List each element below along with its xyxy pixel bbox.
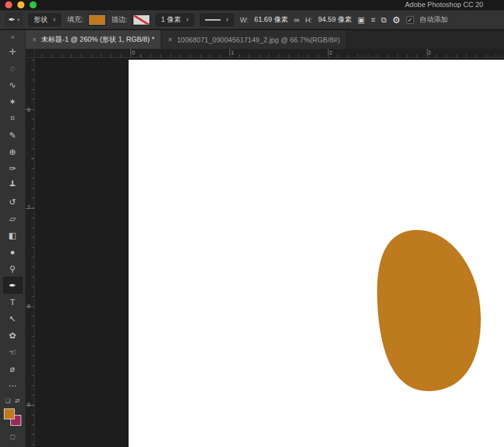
ruler-number: 8 [27, 303, 30, 310]
tab-10068071-jpg[interactable]: × 10068071_090045617149_2.jpg @ 66.7%(RG… [161, 30, 346, 49]
blur-tool[interactable]: ● [3, 243, 22, 260]
document-canvas[interactable] [129, 60, 504, 447]
ruler-number: 9 [27, 401, 30, 408]
ruler-number: 0 [132, 49, 135, 56]
tab-label: 10068071_090045617149_2.jpg @ 66.7%(RGB/… [177, 36, 339, 44]
zoom-tool[interactable]: ⌀ [3, 360, 22, 377]
ruler-corner [26, 49, 35, 58]
stroke-width-value: 1 像素 [161, 15, 181, 24]
clone-stamp-tool[interactable]: ┻ [3, 177, 22, 193]
stroke-width-select[interactable]: 1 像素 ∨ [156, 13, 194, 26]
chevron-down-icon: ∨ [52, 17, 56, 22]
minimize-window-button[interactable] [17, 1, 24, 8]
photoshop-window: Adobe Photoshop CC 20 ✒ ▾ 形状 ∨ 填充: 描边: 1… [0, 0, 504, 447]
path-operations-icon[interactable]: ▣ [357, 15, 364, 24]
stroke-color-swatch[interactable] [133, 15, 150, 25]
width-label: W: [240, 16, 248, 24]
ellipse-shape[interactable] [377, 230, 481, 391]
ruler-number: 2 [329, 49, 332, 56]
height-value[interactable]: 94.59 像素 [318, 15, 352, 24]
tools-panel: » ✛ ◌ ∿ ✶ ⌗ ✎ ⊕ ✑ ┻ ↺ ▱ ◧ ● ⚲ ✒ T ↖ ✿ ☜ … [0, 30, 26, 447]
close-icon[interactable]: × [32, 35, 37, 44]
width-value[interactable]: 61.69 像素 [255, 15, 289, 24]
canvas-pasteboard[interactable] [35, 58, 504, 447]
gradient-tool[interactable]: ◧ [3, 227, 22, 243]
tab-untitled-1[interactable]: × 未标题-1 @ 260% (形状 1, RGB/8) * [26, 30, 161, 49]
traffic-lights [5, 1, 37, 8]
chevron-down-icon: ▾ [17, 17, 20, 22]
move-tool[interactable]: ✛ [3, 43, 22, 60]
chevron-down-icon: ∨ [225, 17, 229, 22]
gear-icon[interactable]: ⚙ [392, 15, 401, 25]
default-colors-icon[interactable]: ❏ [5, 398, 10, 404]
pen-tool-icon: ✒ [8, 15, 15, 24]
swap-colors-icon[interactable]: ⇄ [15, 398, 20, 404]
fill-label: 填充: [67, 15, 83, 24]
stroke-type-select[interactable]: ∨ [200, 13, 234, 26]
brush-tool[interactable]: ✑ [3, 160, 22, 177]
healing-brush-tool[interactable]: ⊕ [3, 143, 22, 160]
custom-shape-tool[interactable]: ✿ [3, 327, 22, 344]
zoom-window-button[interactable] [30, 1, 37, 8]
magic-wand-tool[interactable]: ✶ [3, 93, 22, 110]
hand-tool[interactable]: ☜ [3, 344, 22, 360]
history-brush-tool[interactable]: ↺ [3, 193, 22, 210]
window-title: Adobe Photoshop CC 20 [405, 1, 483, 8]
type-tool[interactable]: T [3, 294, 22, 310]
more-tools-icon[interactable]: ⋯ [3, 377, 22, 394]
close-window-button[interactable] [5, 1, 12, 8]
close-icon[interactable]: × [168, 35, 172, 44]
eraser-tool[interactable]: ▱ [3, 210, 22, 227]
tool-mode-value: 形状 [33, 15, 48, 24]
ruler-number: 3 [428, 49, 431, 56]
expand-panel-icon[interactable]: » [0, 30, 25, 43]
color-swatches [4, 408, 21, 426]
horizontal-ruler[interactable]: 0 1 2 3 [35, 49, 504, 58]
foreground-color-swatch[interactable] [4, 408, 15, 419]
options-bar: ✒ ▾ 形状 ∨ 填充: 描边: 1 像素 ∨ ∨ W: 61.69 像素 ∞ … [0, 10, 504, 30]
tool-mode-select[interactable]: 形状 ∨ [28, 13, 61, 26]
chevron-down-icon: ∨ [186, 17, 190, 22]
stroke-label: 描边: [111, 15, 127, 24]
vertical-ruler[interactable]: 6 7 8 9 [26, 58, 35, 447]
dodge-tool[interactable]: ⚲ [3, 260, 22, 277]
tab-label: 未标题-1 @ 260% (形状 1, RGB/8) * [41, 35, 154, 44]
document-tab-bar: × 未标题-1 @ 260% (形状 1, RGB/8) * × 1006807… [26, 30, 504, 49]
ruler-number: 1 [231, 49, 234, 56]
stroke-line-preview [205, 19, 221, 21]
fill-color-swatch[interactable] [89, 15, 105, 25]
quick-mask-icon[interactable]: □ [10, 432, 15, 441]
path-alignment-icon[interactable]: ≡ [371, 15, 375, 24]
ruler-number: 6 [27, 107, 30, 113]
shape-layer [129, 60, 504, 447]
height-label: H: [305, 16, 312, 24]
ruler-number: 7 [27, 204, 30, 211]
check-icon: ✓ [408, 17, 413, 23]
auto-add-label: 自动添加 [420, 15, 448, 24]
marquee-tool[interactable]: ◌ [3, 60, 22, 76]
eyedropper-tool[interactable]: ✎ [3, 127, 22, 143]
pen-tool[interactable]: ✒ [3, 277, 22, 294]
titlebar: Adobe Photoshop CC 20 [0, 0, 504, 10]
auto-add-checkbox[interactable]: ✓ [406, 16, 414, 24]
path-arrangement-icon[interactable]: ⧉ [381, 15, 387, 24]
tool-preset-picker[interactable]: ✒ ▾ [5, 13, 22, 26]
path-selection-tool[interactable]: ↖ [3, 310, 22, 327]
lasso-tool[interactable]: ∿ [3, 76, 22, 93]
link-dimensions-icon[interactable]: ∞ [294, 15, 300, 24]
crop-tool[interactable]: ⌗ [3, 110, 22, 127]
